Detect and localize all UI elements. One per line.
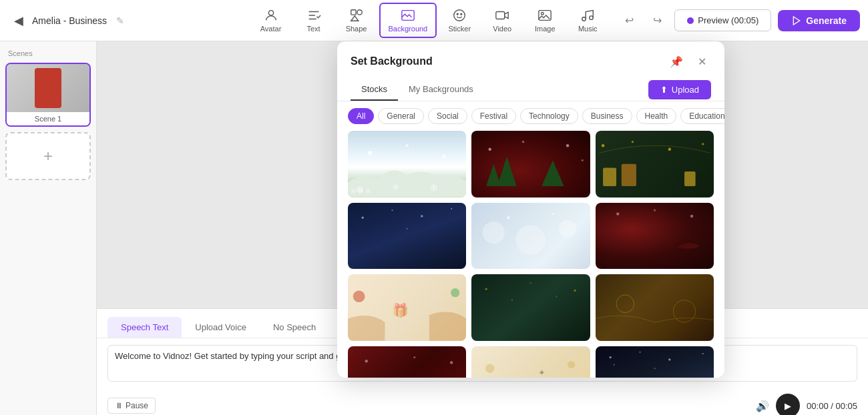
generate-button[interactable]: Generate: [778, 10, 860, 31]
svg-point-70: [702, 353, 703, 354]
svg-rect-30: [684, 171, 696, 186]
scenes-sidebar: Scenes Scene 1 +: [0, 41, 97, 415]
pin-button[interactable]: 📌: [667, 52, 686, 71]
avatar-preview: [35, 68, 61, 108]
filter-social[interactable]: Social: [428, 108, 467, 124]
background-item-12[interactable]: ✦: [596, 346, 714, 378]
filter-business[interactable]: Business: [582, 108, 632, 124]
svg-point-56: [616, 295, 634, 313]
redo-button[interactable]: ↪: [646, 10, 668, 31]
toolbar-video[interactable]: Video: [482, 4, 522, 37]
modal-title: Set Background: [351, 55, 433, 67]
add-scene-button[interactable]: +: [5, 132, 91, 180]
svg-point-37: [421, 215, 423, 217]
background-item-10[interactable]: [348, 346, 466, 378]
svg-point-0: [268, 11, 273, 15]
svg-point-69: [668, 358, 670, 360]
svg-text:🎁: 🎁: [393, 302, 409, 318]
add-icon: +: [43, 147, 53, 165]
background-item-5[interactable]: [471, 203, 590, 270]
toolbar: ◀ Amelia - Business ✎ Avatar Text Shape …: [0, 0, 868, 41]
svg-point-24: [489, 147, 491, 150]
svg-point-32: [631, 141, 633, 143]
tab-no-speech[interactable]: No Speech: [260, 317, 329, 338]
filter-all[interactable]: All: [348, 108, 374, 124]
volume-icon[interactable]: 🔊: [756, 400, 769, 412]
toolbar-image[interactable]: Image: [525, 4, 565, 37]
svg-rect-8: [496, 12, 505, 19]
svg-point-15: [368, 151, 373, 155]
svg-point-26: [566, 144, 569, 147]
toolbar-background[interactable]: Background: [379, 3, 437, 38]
tab-stocks[interactable]: Stocks: [351, 79, 398, 101]
tab-speech-text[interactable]: Speech Text: [107, 317, 182, 338]
tab-my-backgrounds[interactable]: My Backgrounds: [398, 79, 484, 101]
svg-point-34: [702, 143, 704, 145]
undo-button[interactable]: ↩: [618, 10, 640, 31]
preview-dot: [687, 17, 694, 24]
edit-title-icon[interactable]: ✎: [112, 13, 128, 29]
svg-text:❄: ❄: [355, 184, 364, 195]
background-item-4[interactable]: [348, 203, 466, 270]
close-button[interactable]: ✕: [692, 52, 711, 71]
svg-point-47: [690, 214, 693, 217]
filter-festival[interactable]: Festival: [471, 108, 516, 124]
toolbar-shape[interactable]: Shape: [337, 4, 377, 37]
background-item-11[interactable]: 🌟 ✦: [471, 346, 590, 378]
image-label: Image: [535, 25, 556, 33]
tab-upload-voice[interactable]: Upload Voice: [182, 317, 260, 338]
toolbar-avatar[interactable]: Avatar: [251, 4, 291, 37]
bg-12-decoration: ✦: [596, 346, 714, 378]
svg-text:✦: ✦: [538, 368, 546, 378]
background-item-9[interactable]: [596, 274, 714, 341]
background-item-6[interactable]: [596, 203, 714, 270]
filter-education[interactable]: Education: [680, 108, 724, 124]
bg-4-decoration: [348, 203, 466, 270]
svg-rect-1: [351, 10, 355, 15]
svg-point-62: [450, 361, 453, 364]
backgrounds-grid: ❄ ❄ ❄: [337, 131, 724, 378]
scene-1-thumb[interactable]: Scene 1: [5, 63, 91, 127]
background-icon: [401, 8, 415, 23]
svg-point-41: [516, 225, 546, 254]
filter-health[interactable]: Health: [636, 108, 677, 124]
playback-controls: 🔊 ▶ 00:00 / 00:05: [756, 394, 857, 415]
bg-11-decoration: 🌟 ✦: [471, 346, 590, 378]
svg-point-67: [609, 356, 611, 358]
toolbar-music[interactable]: Music: [568, 4, 608, 37]
svg-point-2: [357, 10, 361, 15]
svg-point-16: [405, 144, 408, 147]
svg-point-13: [590, 16, 594, 19]
svg-point-54: [511, 300, 513, 301]
background-item-3[interactable]: [596, 131, 714, 197]
filter-technology[interactable]: Technology: [520, 108, 578, 124]
svg-point-61: [413, 356, 415, 358]
svg-point-7: [461, 13, 462, 15]
pause-label: Pause: [126, 401, 148, 410]
sticker-label: Sticker: [448, 25, 471, 33]
preview-button[interactable]: Preview (00:05): [674, 9, 771, 31]
background-item-1[interactable]: ❄ ❄ ❄: [348, 131, 466, 197]
toolbar-right: ↩ ↪ Preview (00:05) Generate: [618, 9, 860, 31]
background-label: Background: [389, 25, 428, 33]
pause-button[interactable]: ⏸ Pause: [107, 398, 156, 414]
music-label: Music: [578, 25, 598, 33]
upload-button[interactable]: ⬆ Upload: [648, 80, 711, 99]
shape-label: Shape: [346, 25, 367, 33]
background-item-7[interactable]: 🎁: [348, 274, 466, 341]
filter-general[interactable]: General: [378, 108, 424, 124]
svg-point-64: [568, 361, 575, 368]
video-icon: [495, 8, 509, 23]
modal-header: Set Background 📌 ✕: [337, 41, 724, 71]
bg-5-decoration: [471, 203, 590, 270]
play-button[interactable]: ▶: [776, 394, 800, 415]
scene-1-label: Scene 1: [7, 112, 89, 125]
svg-point-52: [530, 283, 531, 284]
background-item-8[interactable]: [471, 274, 590, 341]
svg-point-11: [541, 12, 544, 15]
back-button[interactable]: ◀: [8, 10, 29, 31]
background-item-2[interactable]: [471, 131, 590, 197]
toolbar-text[interactable]: Text: [294, 4, 334, 37]
toolbar-sticker[interactable]: Sticker: [439, 4, 479, 37]
bg-2-decoration: [471, 131, 590, 197]
